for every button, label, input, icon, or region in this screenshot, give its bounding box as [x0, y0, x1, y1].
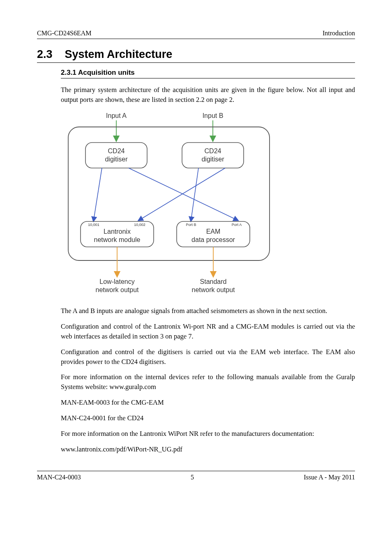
header-right: Introduction [323, 30, 355, 37]
label-out-low-1: Low-latency [99, 278, 134, 285]
section-title: System Architecture [65, 48, 173, 61]
label-cd24-a-2: digitiser [105, 156, 128, 163]
footer-right: Issue A - May 2011 [304, 474, 355, 481]
section-number: 2.3 [37, 48, 53, 61]
label-cd24-a-1: CD24 [108, 147, 125, 154]
arrow-b-to-10002 [140, 168, 225, 220]
paragraph-7: MAN-C24-0001 for the CD24 [61, 413, 355, 423]
box-cd24-a [85, 143, 147, 168]
label-port-10002: 10,002 [134, 223, 145, 227]
footer-center: 5 [191, 474, 194, 481]
header-left: CMG-CD24S6EAM [37, 30, 91, 37]
page-header: CMG-CD24S6EAM Introduction [37, 30, 355, 39]
section-heading: 2.3 System Architecture [37, 48, 355, 63]
paragraph-9: www.lantronix.com/pdf/WiPort-NR_UG.pdf [61, 444, 355, 454]
label-out-std-2: network output [192, 286, 235, 293]
page-footer: MAN-C24-0003 5 Issue A - May 2011 [37, 471, 355, 481]
label-port-a: Port A [232, 223, 242, 227]
label-cd24-b-1: CD24 [205, 147, 221, 154]
label-lantronix-2: network module [94, 236, 141, 243]
label-port-b: Port B [186, 223, 196, 227]
arrow-b-to-portb [191, 168, 198, 220]
label-eam-1: EAM [206, 228, 221, 235]
subsection-heading: 2.3.1 Acquisition units [61, 69, 355, 78]
box-cd24-b [182, 143, 244, 168]
label-out-low-2: network output [96, 286, 139, 293]
label-input-a: Input A [106, 112, 127, 119]
paragraph-intro: The primary system architecture of the a… [61, 85, 355, 105]
footer-left: MAN-C24-0003 [37, 474, 81, 481]
paragraph-3: Configuration and control of the Lantron… [61, 322, 355, 341]
paragraph-5: For more information on the internal dev… [61, 372, 355, 392]
label-lantronix-1: Lantronix [104, 228, 131, 235]
paragraph-4: Configuration and control of the digitis… [61, 347, 355, 367]
paragraph-2: The A and B inputs are analogue signals … [61, 306, 355, 316]
architecture-diagram: Input A Input B CD24 digitiser CD24 digi… [61, 111, 355, 299]
paragraph-6: MAN-EAM-0003 for the CMG-EAM [61, 398, 355, 408]
label-input-b: Input B [203, 112, 224, 119]
label-cd24-b-2: digitiser [201, 156, 224, 163]
label-eam-2: data processor [191, 236, 235, 243]
arrow-a-to-10001 [94, 168, 102, 220]
label-port-10001: 10,001 [88, 223, 99, 227]
label-out-std-1: Standard [200, 278, 227, 285]
paragraph-8: For more information on the Lantronix Wi… [61, 429, 355, 439]
